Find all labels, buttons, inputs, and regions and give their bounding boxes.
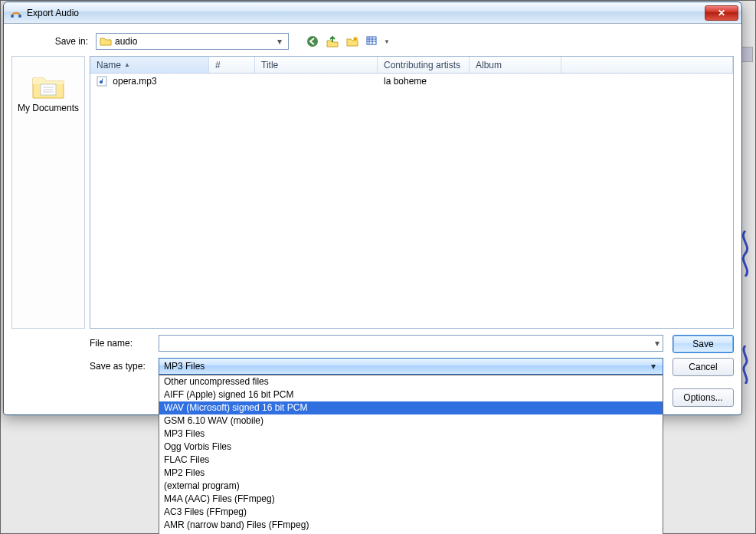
dialog-title: Export Audio xyxy=(27,8,705,18)
dropdown-option[interactable]: MP2 Files xyxy=(159,467,663,480)
app-icon xyxy=(10,7,22,19)
column-name[interactable]: Name ▲ xyxy=(90,57,209,73)
file-name: opera.mp3 xyxy=(113,76,156,87)
cancel-button[interactable]: Cancel xyxy=(673,358,734,376)
places-bar: My Documents xyxy=(11,56,85,329)
file-list[interactable]: opera.mp3 la boheme xyxy=(90,74,733,328)
place-label: My Documents xyxy=(18,103,79,113)
filename-input[interactable]: ▾ xyxy=(159,335,663,352)
dropdown-option[interactable]: Other uncompressed files xyxy=(159,375,663,388)
dropdown-option[interactable]: MP3 Files xyxy=(159,428,663,441)
chevron-down-icon: ▾ xyxy=(655,338,659,349)
dropdown-option[interactable]: FLAC Files xyxy=(159,454,663,467)
folder-icon xyxy=(30,70,67,101)
column-title[interactable]: Title xyxy=(255,57,378,73)
save-as-type-dropdown[interactable]: Other uncompressed filesAIFF (Apple) sig… xyxy=(159,375,663,534)
svg-point-1 xyxy=(18,15,21,18)
save-as-type-combo[interactable]: MP3 Files ▾ xyxy=(159,358,663,375)
column-artists[interactable]: Contributing artists xyxy=(378,57,470,73)
file-artists: la boheme xyxy=(378,76,470,87)
save-in-label: Save in: xyxy=(45,36,88,47)
file-row[interactable]: opera.mp3 la boheme xyxy=(90,74,733,89)
file-list-area: Name ▲ # Title Contributing artists Albu… xyxy=(90,56,734,329)
save-as-type-value: MP3 Files xyxy=(164,361,205,372)
save-button[interactable]: Save xyxy=(673,335,734,353)
dropdown-option[interactable]: AC3 Files (FFmpeg) xyxy=(159,506,663,519)
dropdown-option[interactable]: AMR (narrow band) Files (FFmpeg) xyxy=(159,519,663,532)
up-one-level-button[interactable] xyxy=(324,33,341,50)
chevron-down-icon: ▾ xyxy=(274,36,285,47)
column-label: Contributing artists xyxy=(384,60,460,70)
svg-point-2 xyxy=(307,36,318,47)
dropdown-option[interactable]: Ogg Vorbis Files xyxy=(159,441,663,454)
column-spacer xyxy=(561,57,733,73)
titlebar[interactable]: Export Audio ✕ xyxy=(4,2,741,24)
save-as-type-label: Save as type: xyxy=(90,361,159,372)
column-album[interactable]: Album xyxy=(470,57,561,73)
dropdown-option[interactable]: AIFF (Apple) signed 16 bit PCM xyxy=(159,388,663,401)
chevron-down-icon: ▼ xyxy=(384,38,390,45)
save-in-value: audio xyxy=(115,36,271,47)
filename-label: File name: xyxy=(90,338,159,349)
place-my-documents[interactable]: My Documents xyxy=(18,70,79,113)
column-label: Title xyxy=(261,60,278,70)
svg-rect-4 xyxy=(367,37,376,44)
save-in-combo[interactable]: audio ▾ xyxy=(96,33,289,50)
dropdown-option[interactable]: (external program) xyxy=(159,480,663,493)
dropdown-option[interactable]: WAV (Microsoft) signed 16 bit PCM xyxy=(159,401,663,414)
dropdown-option[interactable]: GSM 6.10 WAV (mobile) xyxy=(159,414,663,428)
column-label: Name xyxy=(97,60,121,70)
close-icon: ✕ xyxy=(718,8,725,18)
column-label: Album xyxy=(476,60,502,70)
close-button[interactable]: ✕ xyxy=(705,5,738,21)
view-menu-button[interactable] xyxy=(364,33,381,50)
audio-file-icon xyxy=(97,76,107,87)
column-headers: Name ▲ # Title Contributing artists Albu… xyxy=(90,57,733,74)
export-audio-dialog: Export Audio ✕ Save in: audio ▾ xyxy=(3,2,742,415)
back-button[interactable] xyxy=(304,33,321,50)
folder-icon xyxy=(100,35,112,48)
dropdown-option[interactable]: M4A (AAC) Files (FFmpeg) xyxy=(159,493,663,506)
sort-asc-icon: ▲ xyxy=(124,61,130,68)
options-button[interactable]: Options... xyxy=(673,388,734,407)
column-num[interactable]: # xyxy=(209,57,255,73)
svg-point-0 xyxy=(11,15,14,18)
chevron-down-icon: ▾ xyxy=(647,361,659,372)
column-label: # xyxy=(215,60,221,70)
new-folder-button[interactable] xyxy=(344,33,361,50)
save-in-row: Save in: audio ▾ xyxy=(11,28,734,56)
